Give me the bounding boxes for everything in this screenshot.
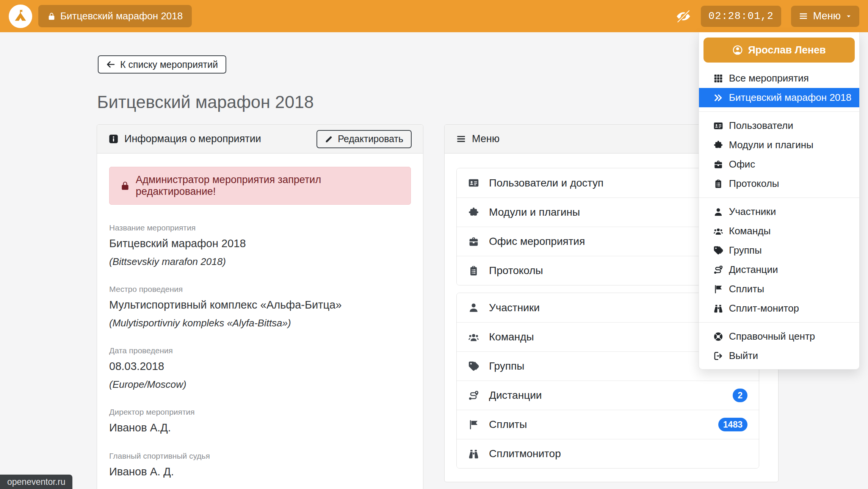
dropdown-item-active[interactable]: Битцевский марафон 2018 — [699, 88, 859, 107]
clipboard-icon — [713, 179, 723, 189]
lock-icon — [47, 12, 56, 20]
field-note: (Mulytisportivniy kompleks «Alyfa-Bittsa… — [109, 317, 411, 329]
field-value: Иванов А.Д. — [109, 421, 411, 434]
dropdown-item[interactable]: Пользователи — [699, 116, 859, 135]
menu-dropdown-button[interactable]: Меню — [791, 6, 859, 27]
field-note: (Europe/Moscow) — [109, 378, 411, 390]
dropdown-item-label: Выйти — [729, 350, 758, 362]
menu-item-label: Модули и плагины — [489, 206, 580, 218]
dropdown-item[interactable]: Справочный центр — [699, 327, 859, 346]
dropdown-item[interactable]: Офис — [699, 155, 859, 174]
dropdown-item[interactable]: Модули и плагины — [699, 135, 859, 155]
user-icon — [468, 302, 479, 313]
field-value: Битцевский марафон 2018 — [109, 237, 411, 250]
eye-slash-icon[interactable] — [676, 9, 691, 24]
dropdown-item-label: Группы — [729, 244, 762, 256]
event-field: Главный спортивный судьяИванов А. Д. — [109, 451, 411, 478]
dropdown-item[interactable]: Протоколы — [699, 174, 859, 193]
menu-item-label: Группы — [489, 360, 524, 372]
user-name-label: Ярослав Ленев — [748, 44, 826, 56]
back-to-events-button[interactable]: К списку мероприятий — [98, 55, 226, 74]
event-field: Название мероприятияБитцевский марафон 2… — [109, 223, 411, 268]
event-menu-card-title: Меню — [472, 133, 500, 145]
bars-icon — [799, 11, 808, 21]
event-info-card-title: Информация о мероприятии — [124, 133, 261, 145]
binoculars-icon — [468, 448, 479, 459]
lock-icon — [120, 181, 130, 191]
route-icon — [468, 390, 479, 401]
field-label: Главный спортивный судья — [109, 451, 411, 461]
clipboard-icon — [468, 265, 479, 276]
count-badge: 1483 — [718, 418, 747, 431]
dropdown-item-label: Сплит-монитор — [729, 302, 799, 314]
menu-item-label: Участники — [489, 302, 540, 314]
field-label: Местро проведения — [109, 284, 411, 294]
dropdown-item[interactable]: Все мероприятия — [699, 69, 859, 88]
dropdown-item[interactable]: Сплит-монитор — [699, 299, 859, 318]
app-logo[interactable] — [9, 5, 32, 28]
menu-item[interactable]: Сплитмонитор — [457, 439, 759, 468]
dropdown-item[interactable]: Участники — [699, 202, 859, 221]
edit-button-label: Редактировать — [338, 133, 403, 144]
event-timer[interactable]: 02:28:01,2 — [701, 6, 781, 27]
users-icon — [713, 226, 723, 236]
menu-item-label: Офис мероприятия — [489, 235, 585, 248]
field-value: Иванов А. Д. — [109, 465, 411, 478]
menu-item[interactable]: Дистанции2 — [457, 381, 759, 410]
event-field: Дата проведения08.03.2018(Europe/Moscow) — [109, 346, 411, 390]
dropdown-item[interactable]: Дистанции — [699, 260, 859, 279]
field-label: Дата проведения — [109, 346, 411, 356]
count-badge: 2 — [733, 389, 747, 402]
dropdown-item-label: Дистанции — [729, 264, 778, 276]
navbar-right: 02:28:01,2 Меню — [676, 6, 859, 27]
dropdown-item[interactable]: Группы — [699, 241, 859, 260]
menu-item-label: Протоколы — [489, 265, 543, 277]
status-url-tooltip: openeventor.ru — [0, 475, 72, 489]
caret-down-icon — [846, 13, 852, 19]
dropdown-item-label: Офис — [729, 158, 755, 170]
bars-icon — [456, 134, 466, 144]
event-fields: Название мероприятияБитцевский марафон 2… — [109, 223, 411, 489]
grid-icon — [713, 74, 723, 83]
menu-item-label: Дистанции — [489, 389, 542, 401]
field-label: Название мероприятия — [109, 223, 411, 233]
puzzle-icon — [468, 207, 479, 218]
dropdown-item-label: Участники — [729, 206, 776, 218]
puzzle-icon — [713, 140, 723, 150]
tent-icon — [13, 9, 28, 24]
user-profile-button[interactable]: Ярослав Ленев — [703, 38, 855, 63]
event-info-card: Информация о мероприятии Редактировать А… — [97, 124, 423, 489]
dropdown-sections: Все мероприятияБитцевский марафон 2018По… — [699, 69, 859, 365]
dropdown-item-label: Битцевский марафон 2018 — [729, 92, 851, 103]
menu-dropdown-panel: Ярослав Ленев Все мероприятияБитцевский … — [699, 32, 860, 370]
field-label: Директор мероприятия — [109, 407, 411, 417]
tags-icon — [468, 361, 479, 372]
edit-event-button[interactable]: Редактировать — [316, 130, 412, 148]
back-button-label: К списку мероприятий — [120, 59, 218, 70]
info-square-icon — [108, 134, 119, 144]
current-event-label: Битцевский марафон 2018 — [60, 10, 183, 22]
event-info-body: Администратор мероприятия запретил редак… — [97, 154, 423, 489]
sign-out-icon — [713, 351, 723, 361]
user-icon — [713, 207, 723, 217]
user-circle-icon — [732, 45, 743, 55]
edit-forbidden-alert: Администратор мероприятия запретил редак… — [109, 167, 411, 205]
event-field: Директор мероприятияИванов А.Д. — [109, 407, 411, 434]
alert-text: Администратор мероприятия запретил редак… — [136, 174, 400, 197]
current-event-badge[interactable]: Битцевский марафон 2018 — [38, 5, 192, 27]
menu-item-label: Сплитмонитор — [489, 448, 561, 460]
timer-value: 02:28:01,2 — [708, 11, 774, 22]
dropdown-item[interactable]: Команды — [699, 221, 859, 241]
flag-icon — [713, 284, 723, 294]
top-navbar: Битцевский марафон 2018 02:28:01,2 Меню — [0, 0, 868, 32]
field-value: Мультиспортивный комплекс «Альфа-Битца» — [109, 298, 411, 312]
dropdown-item[interactable]: Выйти — [699, 346, 859, 365]
dropdown-item-label: Протоколы — [729, 178, 779, 190]
dropdown-item[interactable]: Сплиты — [699, 279, 859, 299]
flag-icon — [468, 419, 479, 430]
route-icon — [713, 265, 723, 275]
life-ring-icon — [713, 332, 723, 342]
dropdown-item-label: Пользователи — [729, 120, 793, 132]
event-info-card-header: Информация о мероприятии Редактировать — [97, 125, 423, 154]
menu-item[interactable]: Сплиты1483 — [457, 410, 759, 439]
